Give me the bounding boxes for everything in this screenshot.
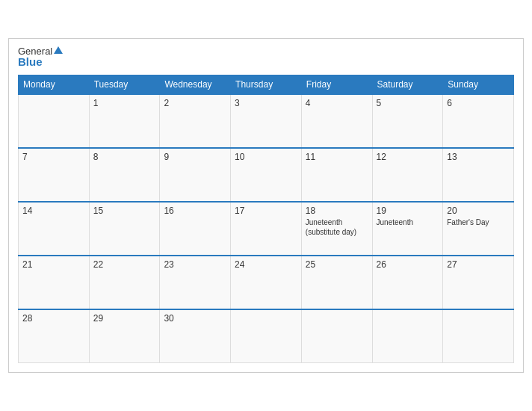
column-header-thursday: Thursday — [231, 75, 302, 94]
calendar-table: MondayTuesdayWednesdayThursdayFridaySatu… — [18, 75, 514, 364]
calendar-week-0: 123456 — [19, 94, 514, 148]
calendar-cell: 20Father's Day — [443, 202, 514, 256]
day-number: 23 — [164, 259, 226, 270]
calendar-cell: 17 — [231, 202, 302, 256]
day-number: 22 — [93, 259, 156, 270]
calendar-week-3: 21222324252627 — [19, 256, 514, 309]
calendar-cell: 7 — [19, 148, 90, 202]
day-event: (substitute day) — [306, 227, 368, 237]
calendar-cell: 18Juneteenth(substitute day) — [301, 202, 372, 256]
calendar-cell: 14 — [19, 202, 90, 256]
calendar: General Blue MondayTuesdayWednesdayThurs… — [8, 38, 524, 374]
calendar-cell: 12 — [372, 148, 443, 202]
calendar-cell: 25 — [301, 256, 372, 309]
day-number: 29 — [93, 313, 156, 324]
day-number: 14 — [22, 206, 85, 216]
day-number: 19 — [377, 206, 439, 216]
calendar-cell — [372, 309, 443, 363]
calendar-cell: 13 — [443, 148, 514, 202]
day-number: 9 — [164, 152, 226, 162]
day-number: 25 — [306, 259, 368, 270]
calendar-cell: 1 — [89, 94, 160, 148]
logo-general-text: General — [18, 46, 63, 56]
calendar-header: General Blue — [18, 46, 514, 67]
calendar-cell: 23 — [160, 256, 231, 309]
calendar-header-row: MondayTuesdayWednesdayThursdayFridaySatu… — [19, 75, 514, 94]
day-event: Juneteenth — [306, 217, 368, 227]
day-number: 26 — [377, 259, 439, 270]
day-number: 3 — [235, 98, 297, 108]
day-number: 30 — [164, 313, 226, 324]
calendar-cell: 27 — [443, 256, 514, 309]
calendar-cell: 19Juneteenth — [372, 202, 443, 256]
calendar-cell: 26 — [372, 256, 443, 309]
day-number: 13 — [447, 152, 510, 162]
day-number: 18 — [306, 206, 368, 216]
calendar-cell: 3 — [231, 94, 302, 148]
calendar-week-4: 282930 — [19, 309, 514, 363]
day-number: 17 — [235, 206, 297, 216]
day-number: 2 — [164, 98, 226, 108]
day-number: 27 — [447, 259, 510, 270]
day-number: 1 — [93, 98, 156, 108]
calendar-cell — [301, 309, 372, 363]
day-number: 16 — [164, 206, 226, 216]
day-number: 6 — [447, 98, 510, 108]
calendar-cell: 15 — [89, 202, 160, 256]
day-number: 11 — [306, 152, 368, 162]
column-header-monday: Monday — [19, 75, 90, 94]
calendar-cell: 16 — [160, 202, 231, 256]
column-header-sunday: Sunday — [443, 75, 514, 94]
day-number: 20 — [447, 206, 510, 216]
calendar-thead: MondayTuesdayWednesdayThursdayFridaySatu… — [19, 75, 514, 94]
day-event: Juneteenth — [377, 217, 439, 227]
day-number: 5 — [377, 98, 439, 108]
day-number: 28 — [22, 313, 85, 324]
calendar-cell: 10 — [231, 148, 302, 202]
calendar-cell: 22 — [89, 256, 160, 309]
calendar-cell: 24 — [231, 256, 302, 309]
calendar-cell: 8 — [89, 148, 160, 202]
day-number: 10 — [235, 152, 297, 162]
day-event: Father's Day — [447, 217, 510, 227]
calendar-body: 123456789101112131415161718Juneteenth(su… — [19, 94, 514, 363]
calendar-cell: 2 — [160, 94, 231, 148]
day-number: 12 — [377, 152, 439, 162]
day-number: 21 — [22, 259, 85, 270]
logo-triangle-icon — [54, 46, 63, 54]
calendar-cell: 4 — [301, 94, 372, 148]
day-number: 8 — [93, 152, 156, 162]
calendar-cell — [443, 309, 514, 363]
day-number: 7 — [22, 152, 85, 162]
calendar-week-2: 1415161718Juneteenth(substitute day)19Ju… — [19, 202, 514, 256]
day-number: 15 — [93, 206, 156, 216]
column-header-friday: Friday — [301, 75, 372, 94]
calendar-week-1: 78910111213 — [19, 148, 514, 202]
calendar-cell: 30 — [160, 309, 231, 363]
calendar-cell: 11 — [301, 148, 372, 202]
calendar-cell: 6 — [443, 94, 514, 148]
column-header-saturday: Saturday — [372, 75, 443, 94]
column-header-wednesday: Wednesday — [160, 75, 231, 94]
calendar-cell: 21 — [19, 256, 90, 309]
calendar-cell: 9 — [160, 148, 231, 202]
calendar-cell: 29 — [89, 309, 160, 363]
calendar-cell — [19, 94, 90, 148]
calendar-cell: 28 — [19, 309, 90, 363]
logo-blue-text: Blue — [18, 56, 63, 67]
calendar-cell — [231, 309, 302, 363]
column-header-tuesday: Tuesday — [89, 75, 160, 94]
calendar-cell: 5 — [372, 94, 443, 148]
logo: General Blue — [18, 46, 63, 67]
day-number: 24 — [235, 259, 297, 270]
day-number: 4 — [306, 98, 368, 108]
